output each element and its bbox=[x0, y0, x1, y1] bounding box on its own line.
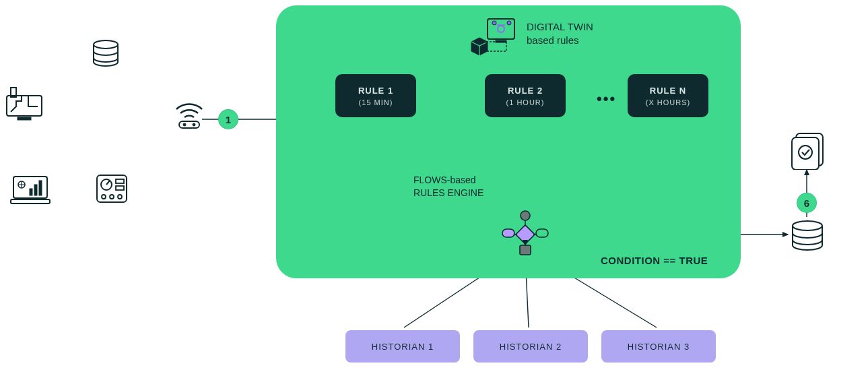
svg-rect-39 bbox=[179, 121, 199, 128]
digital-twin-label-line1: DIGITAL TWIN bbox=[527, 20, 593, 34]
svg-rect-25 bbox=[11, 199, 50, 203]
svg-line-33 bbox=[106, 181, 110, 185]
svg-rect-27 bbox=[30, 189, 32, 195]
historian-box-1: HISTORIAN 1 bbox=[345, 330, 460, 363]
rule-1-title: RULE 1 bbox=[358, 86, 393, 96]
rule-box-2: RULE 2 (1 HOUR) bbox=[485, 74, 566, 117]
svg-point-9 bbox=[507, 21, 511, 25]
digital-twin-label-line2: based rules bbox=[527, 34, 593, 47]
sensor-meter-icon bbox=[94, 171, 129, 206]
svg-point-8 bbox=[498, 26, 504, 32]
output-database-icon bbox=[789, 220, 826, 253]
svg-point-10 bbox=[492, 21, 496, 25]
rule-n-title: RULE N bbox=[650, 86, 686, 96]
analytics-laptop-icon bbox=[9, 174, 51, 206]
svg-point-42 bbox=[793, 221, 822, 230]
rule-1-sub: (15 MIN) bbox=[359, 98, 393, 106]
historian-box-2: HISTORIAN 2 bbox=[473, 330, 588, 363]
database-icon bbox=[90, 39, 121, 70]
svg-rect-19 bbox=[516, 225, 535, 244]
flows-engine-label: FLOWS-based RULES ENGINE bbox=[413, 174, 483, 199]
flows-engine-icon bbox=[498, 209, 552, 256]
historian-3-label: HISTORIAN 3 bbox=[628, 342, 690, 352]
flows-engine-label-line1: FLOWS-based bbox=[413, 174, 483, 187]
svg-point-40 bbox=[183, 123, 186, 126]
step-1-number: 1 bbox=[226, 114, 231, 125]
svg-point-41 bbox=[193, 123, 195, 126]
svg-rect-20 bbox=[520, 245, 531, 255]
historian-2-label: HISTORIAN 2 bbox=[500, 342, 562, 352]
svg-point-38 bbox=[118, 195, 122, 199]
svg-rect-17 bbox=[502, 229, 514, 237]
svg-point-36 bbox=[102, 195, 106, 199]
svg-point-16 bbox=[521, 211, 530, 220]
svg-rect-34 bbox=[116, 179, 124, 183]
svg-rect-28 bbox=[34, 185, 37, 195]
historian-box-3: HISTORIAN 3 bbox=[601, 330, 716, 363]
svg-point-37 bbox=[110, 195, 114, 199]
svg-rect-22 bbox=[18, 117, 31, 120]
svg-rect-18 bbox=[536, 229, 548, 237]
wifi-router-icon bbox=[171, 100, 207, 131]
svg-rect-29 bbox=[39, 181, 42, 195]
condition-label: CONDITION == TRUE bbox=[601, 255, 708, 266]
diagram-stage: DIGITAL TWIN based rules RULE 1 (15 MIN)… bbox=[0, 0, 868, 376]
digital-twin-icon bbox=[465, 15, 519, 55]
step-6-number: 6 bbox=[804, 197, 809, 209]
step-badge-1: 1 bbox=[218, 109, 238, 129]
svg-rect-15 bbox=[486, 42, 506, 51]
rule-2-sub: (1 HOUR) bbox=[506, 98, 545, 106]
digital-twin-label: DIGITAL TWIN based rules bbox=[527, 20, 593, 46]
rule-box-n: RULE N (X HOURS) bbox=[628, 74, 708, 117]
svg-rect-35 bbox=[116, 186, 124, 190]
historian-1-label: HISTORIAN 1 bbox=[372, 342, 434, 352]
rule-2-title: RULE 2 bbox=[508, 86, 543, 96]
step-badge-6: 6 bbox=[797, 193, 817, 213]
output-tablet-icon bbox=[788, 132, 827, 170]
flows-engine-label-line2: RULES ENGINE bbox=[413, 187, 483, 199]
svg-point-30 bbox=[94, 40, 118, 49]
rule-ellipsis: ••• bbox=[597, 90, 616, 108]
factory-monitor-icon bbox=[4, 86, 44, 123]
rule-n-sub: (X HOURS) bbox=[646, 98, 690, 106]
rule-box-1: RULE 1 (15 MIN) bbox=[335, 74, 416, 117]
